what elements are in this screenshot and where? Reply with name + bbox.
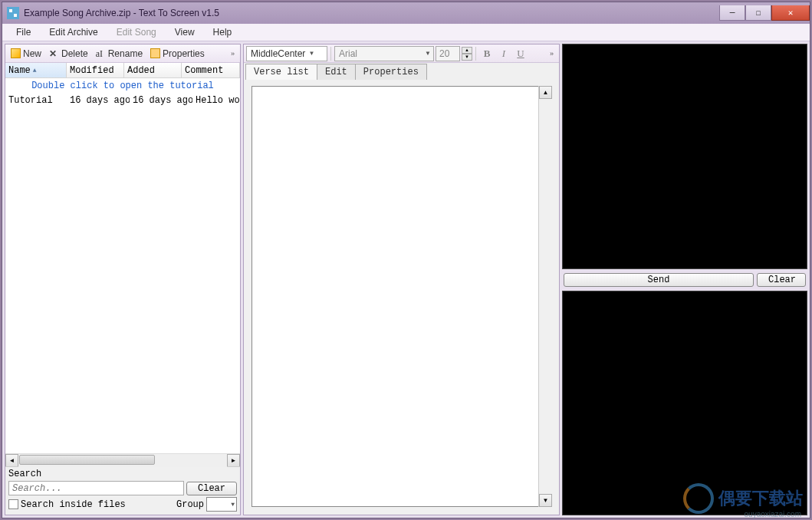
rename-icon: aI [96, 48, 106, 58]
toolbar-overflow-icon[interactable]: » [547, 50, 557, 58]
align-combo[interactable]: MiddleCenter ▼ [246, 46, 327, 61]
new-label: New [23, 48, 41, 59]
menu-edit-song: Edit Song [109, 25, 164, 39]
new-button[interactable]: New [8, 48, 44, 60]
preview-top [562, 44, 807, 269]
scroll-thumb[interactable] [19, 455, 155, 465]
search-input[interactable] [8, 481, 184, 495]
properties-label: Properties [163, 48, 205, 59]
chevron-down-icon: ▼ [425, 50, 431, 57]
delete-label: Delete [61, 48, 88, 59]
col-modified[interactable]: Modified [67, 63, 124, 77]
spin-up-icon[interactable]: ▲ [462, 47, 472, 54]
group-label: Group [176, 499, 204, 510]
search-panel: Search Clear Search inside files Group ▼ [5, 466, 240, 515]
content-area: New ✕ Delete aI Rename Properties » [2, 41, 810, 518]
size-input[interactable]: 20 [436, 46, 460, 61]
preview-bottom [562, 291, 807, 516]
scroll-left-icon[interactable]: ◄ [5, 454, 18, 467]
archive-toolbar: New ✕ Delete aI Rename Properties » [5, 44, 240, 63]
list-header: Name ▲ Modified Added Comment [5, 63, 240, 78]
separator [475, 47, 476, 61]
format-toolbar: MiddleCenter ▼ Arial ▼ 20 ▲ ▼ B I U [244, 44, 559, 63]
editor-panel: MiddleCenter ▼ Arial ▼ 20 ▲ ▼ B I U [243, 44, 560, 515]
titlebar[interactable]: Example Song Archive.zip - Text To Scree… [2, 2, 810, 24]
size-value: 20 [439, 48, 449, 59]
scroll-down-icon[interactable]: ▼ [539, 494, 552, 507]
size-spinner[interactable]: ▲ ▼ [462, 47, 472, 61]
scroll-right-icon[interactable]: ► [227, 454, 240, 467]
delete-icon: ✕ [49, 48, 59, 58]
properties-icon [150, 48, 160, 58]
archive-panel: New ✕ Delete aI Rename Properties » [5, 44, 241, 515]
preview-buttons: Send Clear [562, 269, 807, 291]
font-combo[interactable]: Arial ▼ [334, 46, 434, 61]
tutorial-hint: Double click to open the tutorial [5, 78, 240, 94]
clear-button[interactable]: Clear [757, 273, 806, 287]
menu-file[interactable]: File [8, 25, 38, 39]
italic-button[interactable]: I [496, 46, 511, 61]
close-button[interactable]: ✕ [771, 5, 810, 21]
maximize-button[interactable]: ☐ [745, 5, 771, 21]
cell-name: Tutorial [5, 95, 67, 106]
group-select[interactable]: ▼ [206, 497, 237, 512]
tab-verse-list[interactable]: Verse list [245, 64, 317, 80]
chevron-down-icon: ▼ [231, 501, 235, 508]
rename-button[interactable]: aI Rename [93, 48, 146, 60]
scroll-up-icon[interactable]: ▲ [539, 86, 552, 99]
properties-button[interactable]: Properties [147, 48, 208, 60]
menu-edit-archive[interactable]: Edit Archive [41, 25, 105, 39]
align-value: MiddleCenter [251, 48, 305, 59]
toolbar-overflow-icon[interactable]: » [228, 50, 238, 58]
app-window: Example Song Archive.zip - Text To Scree… [2, 2, 810, 518]
v-scrollbar[interactable]: ▲ ▼ [538, 86, 551, 507]
editor-tabs: Verse list Edit Properties [244, 63, 559, 80]
send-button[interactable]: Send [564, 273, 754, 287]
underline-button[interactable]: U [513, 46, 528, 61]
search-clear-button[interactable]: Clear [186, 482, 237, 495]
song-list[interactable]: Double click to open the tutorial Tutori… [5, 78, 240, 453]
search-inside-label: Search inside files [21, 499, 174, 510]
verse-editor[interactable]: ▲ ▼ [251, 86, 551, 507]
menubar: File Edit Archive Edit Song View Help [2, 24, 810, 41]
col-name[interactable]: Name ▲ [5, 63, 67, 77]
window-title: Example Song Archive.zip - Text To Scree… [24, 8, 219, 18]
scroll-track[interactable] [18, 454, 227, 467]
tab-edit[interactable]: Edit [317, 64, 356, 80]
cell-modified: 16 days ago [67, 95, 130, 106]
spin-down-icon[interactable]: ▼ [462, 54, 472, 61]
col-added[interactable]: Added [124, 63, 182, 77]
new-icon [11, 48, 21, 58]
sort-asc-icon: ▲ [33, 67, 37, 74]
menu-view[interactable]: View [167, 25, 202, 39]
rename-label: Rename [108, 48, 143, 59]
cell-comment: Hello wor [192, 95, 240, 106]
editor-wrap: ▲ ▼ [244, 80, 559, 515]
minimize-button[interactable]: ─ [719, 5, 745, 21]
window-controls: ─ ☐ ✕ [719, 6, 810, 21]
tab-properties[interactable]: Properties [355, 64, 427, 80]
table-row[interactable]: Tutorial 16 days ago 16 days ago Hello w… [5, 94, 240, 107]
app-icon [7, 7, 19, 19]
chevron-down-icon: ▼ [308, 50, 314, 57]
separator [330, 47, 331, 61]
font-value: Arial [339, 48, 422, 59]
delete-button[interactable]: ✕ Delete [46, 48, 91, 60]
h-scrollbar[interactable]: ◄ ► [5, 453, 240, 466]
cell-added: 16 days ago [130, 95, 192, 106]
bold-button[interactable]: B [479, 46, 495, 61]
col-comment[interactable]: Comment [182, 63, 240, 77]
menu-help[interactable]: Help [205, 25, 240, 39]
search-inside-checkbox[interactable] [8, 499, 18, 509]
search-label: Search [8, 469, 237, 479]
preview-panel: Send Clear [562, 44, 807, 515]
